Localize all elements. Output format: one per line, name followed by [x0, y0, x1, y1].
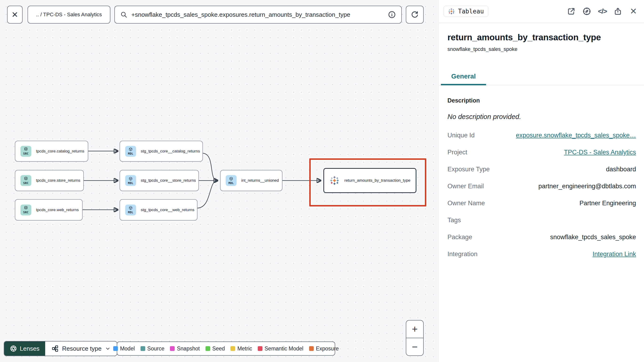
node-details-panel: Tableau < [439, 0, 644, 362]
node-label: stg_tpcds_core__store_returns [141, 178, 196, 183]
lenses-button[interactable]: Lenses [4, 341, 45, 356]
node-label: tpcds_core.catalog_returns [36, 149, 84, 154]
aperture-icon [10, 345, 17, 352]
cube-icon [128, 176, 133, 181]
close-panel-button[interactable]: ✕ [629, 7, 638, 16]
model-badge: MDL [125, 146, 136, 157]
details-panel-header: Tableau < [439, 0, 644, 23]
panel-tabs: General [439, 69, 644, 85]
resource-type-dropdown[interactable]: Resource type [45, 341, 117, 356]
node-label: tpcds_core.store_returns [36, 178, 80, 183]
detail-row-tags: Tags [448, 212, 636, 229]
node-label: return_amounts_by_transaction_type [344, 178, 410, 183]
close-icon: ✕ [12, 10, 18, 19]
project-link[interactable]: TPC-DS - Sales Analytics [564, 149, 636, 156]
graph-node-stg-catalog-returns[interactable]: MDL stg_tpcds_core__catalog_returns [120, 141, 203, 162]
description-empty-text: No description provided. [448, 113, 636, 121]
legend-item-metric: Metric [230, 345, 252, 352]
badge-label: SRC [23, 211, 28, 214]
zoom-out-button[interactable]: − [406, 338, 423, 355]
semantic-model-swatch [258, 346, 262, 351]
source-badge: SRC [20, 146, 31, 157]
tab-general[interactable]: General [441, 69, 486, 85]
breadcrumb[interactable]: .. / TPC-DS - Sales Analytics [28, 6, 110, 24]
graph-node-source-web-returns[interactable]: SRC tpcds_core.web_returns [15, 199, 82, 221]
explore-lineage-button[interactable] [582, 7, 591, 16]
compass-icon [582, 7, 591, 16]
lineage-canvas[interactable]: SRC tpcds_core.catalog_returns SRC tpcds… [0, 0, 439, 362]
plus-icon: + [412, 324, 418, 335]
legend-item-source: Source [140, 345, 164, 352]
graph-node-exposure-return-amounts[interactable]: return_amounts_by_transaction_type [324, 168, 416, 193]
integration-badge: Tableau [444, 6, 488, 17]
close-icon: ✕ [630, 7, 637, 16]
model-badge: MDL [226, 175, 236, 186]
badge-label: MDL [128, 152, 133, 155]
dbt-explorer-app: SRC tpcds_core.catalog_returns SRC tpcds… [0, 0, 644, 362]
legend-item-semantic-model: Semantic Model [258, 345, 304, 352]
badge-label: MDL [228, 182, 234, 185]
detail-row-package: Package snowflake_tpcds_sales_spoke [448, 229, 636, 246]
detail-row-exposure-type: Exposure Type dashboard [448, 161, 636, 178]
zoom-control: + − [406, 320, 424, 356]
model-badge: MDL [125, 175, 136, 186]
code-icon: </> [598, 7, 606, 15]
detail-row-owner-name: Owner Name Partner Engineering [448, 195, 636, 212]
external-link-icon [567, 7, 576, 16]
info-icon[interactable] [388, 10, 396, 19]
detail-rows: Unique Id exposure.snowflake_tpcds_sales… [448, 127, 636, 263]
share-button[interactable] [614, 7, 622, 16]
snapshot-swatch [170, 346, 175, 351]
cube-icon [128, 147, 133, 152]
search-query-text: +snowflake_tpcds_sales_spoke.exposures.r… [131, 11, 384, 18]
lenses-label: Lenses [20, 345, 40, 352]
graph-node-stg-store-returns[interactable]: MDL stg_tpcds_core__store_returns [120, 170, 199, 191]
details-panel-body: return_amounts_by_transaction_type snowf… [439, 33, 644, 263]
cube-icon [229, 176, 234, 181]
unique-id-link[interactable]: exposure.snowflake_tpcds_sales_spoke… [516, 132, 636, 139]
search-icon [120, 11, 128, 18]
model-swatch [113, 346, 118, 351]
detail-row-project: Project TPC-DS - Sales Analytics [448, 144, 636, 161]
detail-row-unique-id: Unique Id exposure.snowflake_tpcds_sales… [448, 127, 636, 144]
zoom-in-button[interactable]: + [406, 320, 423, 338]
node-label: int_returns__unioned [241, 178, 279, 183]
badge-label: SRC [23, 182, 28, 185]
graph-node-source-store-returns[interactable]: SRC tpcds_core.store_returns [15, 170, 84, 191]
refresh-lineage-button[interactable] [406, 6, 424, 24]
refresh-icon [410, 10, 419, 19]
node-label: stg_tpcds_core__catalog_returns [141, 149, 200, 154]
resource-type-icon [51, 345, 59, 352]
source-badge: SRC [20, 205, 31, 215]
breadcrumb-label: .. / TPC-DS - Sales Analytics [36, 12, 102, 18]
node-label: tpcds_core.web_returns [36, 208, 78, 212]
exposure-swatch [309, 346, 314, 351]
node-label: stg_tpcds_core__web_returns [141, 208, 194, 212]
database-icon [24, 147, 28, 152]
legend-item-exposure: Exposure [309, 345, 339, 352]
description-header: Description [448, 97, 636, 104]
graph-node-stg-web-returns[interactable]: MDL stg_tpcds_core__web_returns [120, 199, 198, 221]
close-lineage-button[interactable]: ✕ [7, 6, 22, 24]
badge-label: MDL [128, 182, 133, 185]
badge-label: MDL [128, 211, 133, 214]
page-title: return_amounts_by_transaction_type [448, 33, 636, 42]
graph-node-int-returns-unioned[interactable]: MDL int_returns__unioned [220, 170, 282, 191]
open-external-button[interactable] [567, 7, 576, 16]
chevron-down-icon [105, 346, 111, 351]
legend-item-model: Model [113, 345, 135, 352]
source-badge: SRC [20, 175, 31, 186]
share-icon [614, 7, 622, 16]
cube-icon [128, 206, 133, 211]
tableau-logo-icon [329, 175, 340, 186]
lineage-search-input[interactable]: +snowflake_tpcds_sales_spoke.exposures.r… [114, 6, 402, 24]
package-subtitle: snowflake_tpcds_sales_spoke [448, 46, 636, 52]
metric-swatch [230, 346, 235, 351]
database-icon [24, 206, 28, 211]
legend-item-snapshot: Snapshot [170, 345, 200, 352]
lenses-control-group: Lenses Resource type [4, 341, 117, 356]
graph-node-source-catalog-returns[interactable]: SRC tpcds_core.catalog_returns [15, 141, 88, 162]
view-code-button[interactable]: </> [598, 7, 607, 16]
integration-link[interactable]: Integration Link [592, 251, 636, 258]
legend-item-seed: Seed [206, 345, 225, 352]
